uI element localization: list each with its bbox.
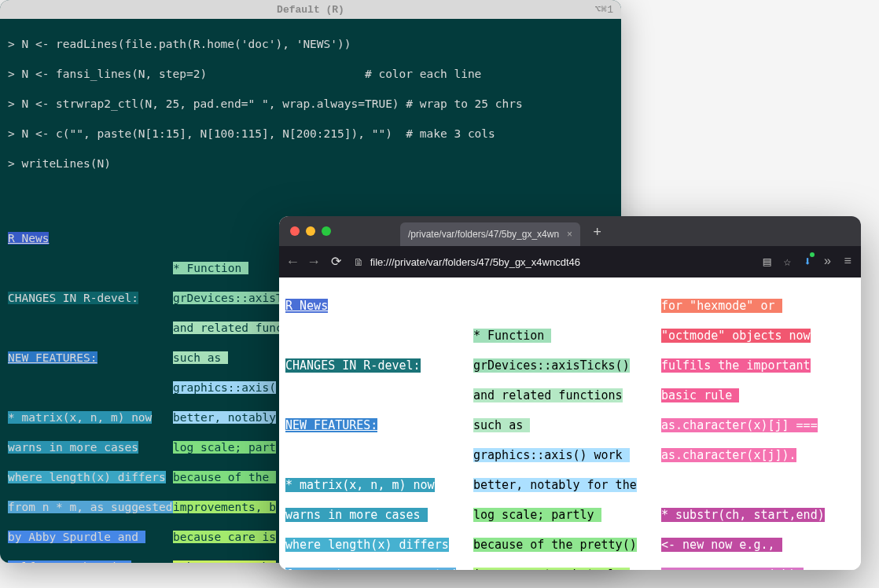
bcol-text: <- new now e.g., (661, 538, 782, 552)
col2-text: because care is (173, 531, 276, 543)
browser-toolbar: ← → ⟳ 🗎 file:///private/var/folders/47/5… (279, 246, 861, 277)
col2-text: better, notably (173, 411, 276, 424)
bcol-text: graphics::axis() work (473, 448, 630, 462)
url-text: file:///private/var/folders/47/5by_gx_x4… (370, 256, 580, 268)
bookmark-icon[interactable]: ☆ (784, 254, 792, 270)
col2-text: because of the (173, 471, 276, 483)
term-line: > writeLines(N) (8, 156, 613, 171)
reader-icon[interactable]: ▤ (763, 254, 771, 270)
bcol-text: for "hexmode" or (661, 299, 782, 313)
bcol-text: better, notably for the (473, 478, 637, 492)
col1-text: from n * m, as suggested (8, 501, 173, 513)
bcol-text: improvements, but also (473, 568, 630, 570)
maximize-button[interactable] (322, 226, 331, 236)
bcol-text: warns in more cases (285, 508, 428, 522)
minimize-button[interactable] (306, 226, 315, 236)
col2-text: log scale; part (173, 441, 276, 454)
browser-window: /private/var/folders/47/5by_gx_x4wn × + … (279, 216, 861, 570)
col2-text: such as (173, 351, 228, 364)
browser-tabbar: /private/var/folders/47/5by_gx_x4wn × + (279, 216, 861, 246)
traffic-lights (290, 226, 331, 236)
tab-title: /private/var/folders/47/5by_gx_x4wn (408, 229, 559, 240)
new-tab-button[interactable]: + (593, 225, 601, 241)
bcol-text: basic rule (661, 388, 739, 402)
bcol-text: preserves names(ch); (661, 568, 804, 570)
bcol-text: as.character(x[j]). (661, 448, 796, 462)
url-bar[interactable]: 🗎 file:///private/var/folders/47/5by_gx_… (354, 256, 751, 268)
col2-text: improvements, b (173, 501, 276, 513)
col1-text: by Abby Spurdle and (8, 531, 145, 543)
term-line: > N <- c("", paste(N[1:15], N[100:115], … (8, 127, 613, 141)
bcol-text: NEW FEATURES: (285, 418, 377, 432)
col1-text: warns in more cases (8, 441, 138, 454)
bcol-text: because of the pretty() (473, 538, 637, 552)
browser-content: R News CHANGES IN R-devel: NEW FEATURES:… (279, 277, 861, 570)
col2-text: * Function (173, 262, 248, 274)
bcol-text: CHANGES IN R-devel: (285, 358, 421, 373)
bcol-text: * Function (473, 329, 551, 343)
col1-text: where length(x) differs (8, 471, 166, 483)
forward-button[interactable]: → (310, 254, 318, 270)
features-heading: NEW FEATURES: (8, 351, 97, 364)
terminal-title: Default (R) (277, 4, 344, 16)
bcol-text: log scale; partly (473, 508, 601, 522)
bcol-text: grDevices::axisTicks() (473, 358, 630, 373)
bcol-text: as.character(x)[j] === (661, 418, 818, 432)
terminal-shortcut: ⌥⌘1 (595, 3, 613, 16)
term-line: > N <- strwrap2_ctl(N, 25, pad.end=" ", … (8, 97, 613, 112)
tab-close-icon[interactable]: × (567, 229, 572, 240)
bcol-text: and related functions (473, 388, 623, 402)
browser-tab[interactable]: /private/var/folders/47/5by_gx_x4wn × (400, 222, 580, 246)
col2-text: taken e.g., whe (173, 560, 276, 563)
close-button[interactable] (290, 226, 300, 236)
download-indicator-dot (810, 252, 815, 257)
col2-text: graphics::axis( (173, 381, 276, 394)
bcol-text: R News (285, 299, 328, 313)
bcol-text: "octmode" objects now (661, 329, 811, 343)
col1-text: * matrix(x, n, m) now (8, 411, 152, 424)
file-icon: 🗎 (354, 256, 364, 268)
back-button[interactable]: ← (289, 254, 297, 270)
browser-col2: * Function grDevices::axisTicks() and re… (473, 284, 658, 570)
term-blank (8, 186, 613, 201)
bcol-text: * substr(ch, start,end) (661, 508, 825, 522)
overflow-icon[interactable]: » (824, 255, 832, 269)
col1-text: Wolfgang Huber in (8, 560, 131, 563)
bcol-text: * matrix(x, n, m) now (285, 478, 435, 492)
menu-icon[interactable]: ≡ (844, 255, 851, 269)
term-line: > N <- fansi_lines(N, step=2) # color ea… (8, 67, 613, 82)
rnews-heading: R News (8, 232, 49, 244)
browser-col3: for "hexmode" or "octmode" objects now f… (661, 284, 846, 570)
download-icon[interactable]: ⬇ (804, 254, 811, 270)
bcol-text: fulfils the important (661, 358, 811, 373)
changes-heading: CHANGES IN R-devel: (8, 292, 138, 304)
term-line: > N <- readLines(file.path(R.home('doc')… (8, 37, 613, 52)
bcol-text: where length(x) differs (285, 538, 449, 552)
reload-button[interactable]: ⟳ (331, 254, 341, 270)
terminal-titlebar[interactable]: Default (R) ⌥⌘1 (0, 0, 621, 19)
browser-col1: R News CHANGES IN R-devel: NEW FEATURES:… (285, 284, 470, 570)
bcol-text: from n * m, as suggested (285, 568, 456, 570)
bcol-text: such as (473, 418, 530, 432)
